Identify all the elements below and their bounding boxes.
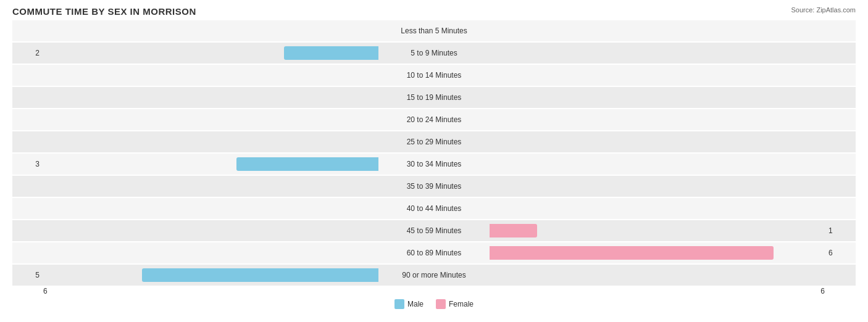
chart-row: 2 5 to 9 Minutes (12, 43, 856, 64)
chart-row: 5 90 or more Minutes (12, 265, 856, 286)
chart-row: 25 to 29 Minutes (12, 131, 856, 152)
female-value: 6 (825, 249, 856, 257)
male-bar-container (43, 68, 378, 82)
female-bar-container (490, 68, 825, 82)
row-label: 10 to 14 Minutes (378, 71, 490, 80)
axis-labels: 6 6 (12, 287, 856, 295)
chart-row: 35 to 39 Minutes (12, 176, 856, 197)
male-bar-container (43, 113, 378, 126)
female-bar-container (490, 24, 825, 38)
male-bar (284, 46, 378, 60)
chart-row: Less than 5 Minutes (12, 20, 856, 41)
chart-row: 15 to 19 Minutes (12, 87, 856, 108)
male-bar (236, 157, 378, 171)
female-bar-container (490, 246, 825, 260)
row-label: 5 to 9 Minutes (378, 49, 490, 57)
female-bar-container (490, 224, 825, 237)
female-bar-container (490, 91, 825, 104)
row-label: 60 to 89 Minutes (378, 249, 490, 257)
male-bar-container (43, 202, 378, 215)
chart-row: 60 to 89 Minutes 6 (12, 242, 856, 263)
female-bar-container (490, 135, 825, 149)
legend-female-label: Female (449, 300, 474, 308)
female-value: 1 (825, 226, 856, 235)
male-bar-container (43, 157, 378, 171)
female-bar (490, 224, 537, 237)
row-label: 30 to 34 Minutes (378, 160, 490, 168)
female-bar-container (490, 46, 825, 60)
female-bar (490, 246, 774, 260)
male-bar-container (43, 224, 378, 237)
chart-row: 40 to 44 Minutes (12, 198, 856, 219)
legend-female-box (436, 299, 446, 309)
female-bar-container (490, 268, 825, 282)
row-label: 45 to 59 Minutes (378, 226, 490, 235)
chart-row: 20 to 24 Minutes (12, 109, 856, 130)
female-bar-container (490, 202, 825, 215)
female-bar-container (490, 180, 825, 193)
female-bar-container (490, 113, 825, 126)
female-bar-container (490, 157, 825, 171)
male-bar (142, 268, 378, 282)
male-bar-container (43, 246, 378, 260)
axis-left-label: 6 (43, 287, 378, 295)
legend-male-label: Male (407, 300, 424, 308)
chart-area: Less than 5 Minutes 2 5 to 9 Minutes 10 … (12, 20, 856, 286)
legend: Male Female (12, 299, 856, 309)
male-value: 5 (12, 271, 43, 279)
legend-male-box (394, 299, 404, 309)
row-label: 35 to 39 Minutes (378, 182, 490, 191)
male-bar-container (43, 135, 378, 149)
male-value: 3 (12, 160, 43, 168)
chart-title: COMMUTE TIME BY SEX IN MORRISON (12, 6, 856, 17)
row-label: 20 to 24 Minutes (378, 115, 490, 124)
legend-male: Male (394, 299, 424, 309)
male-bar-container (43, 268, 378, 282)
male-bar-container (43, 180, 378, 193)
male-value: 2 (12, 49, 43, 57)
male-bar-container (43, 24, 378, 38)
row-label: Less than 5 Minutes (378, 27, 490, 35)
row-label: 15 to 19 Minutes (378, 93, 490, 102)
chart-row: 3 30 to 34 Minutes (12, 154, 856, 175)
row-label: 40 to 44 Minutes (378, 204, 490, 213)
chart-row: 45 to 59 Minutes 1 (12, 220, 856, 241)
source-text: Source: ZipAtlas.com (791, 6, 856, 14)
axis-right-label: 6 (490, 287, 825, 295)
legend-female: Female (436, 299, 474, 309)
chart-container: COMMUTE TIME BY SEX IN MORRISON Source: … (0, 0, 868, 322)
chart-row: 10 to 14 Minutes (12, 65, 856, 86)
row-label: 25 to 29 Minutes (378, 138, 490, 146)
male-bar-container (43, 91, 378, 104)
male-bar-container (43, 46, 378, 60)
row-label: 90 or more Minutes (378, 271, 490, 279)
